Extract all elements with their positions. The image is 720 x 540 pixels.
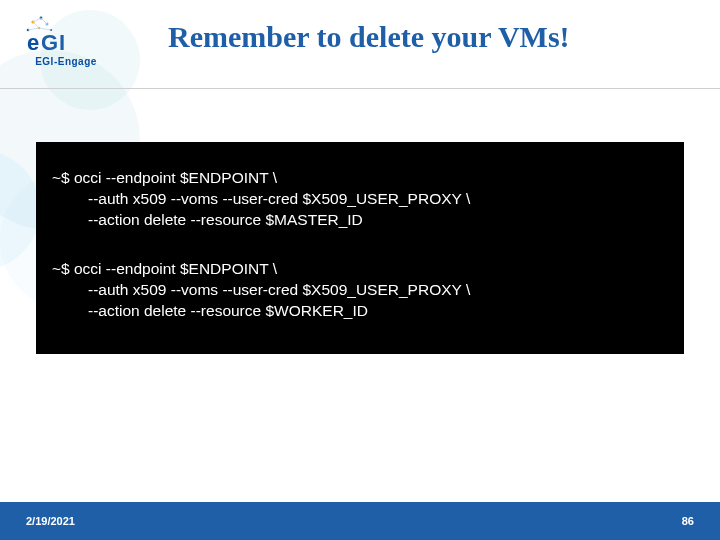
svg-line-7 <box>41 18 47 24</box>
svg-line-6 <box>33 18 41 22</box>
cmd-line: --auth x509 --voms --user-cred $X509_USE… <box>52 280 668 301</box>
footer-date: 2/19/2021 <box>26 515 75 527</box>
command-block-master: ~$ occi --endpoint $ENDPOINT \ --auth x5… <box>52 168 668 231</box>
slide-header: e G I EGI-Engage Remember to delete your… <box>0 0 720 88</box>
cmd-line: ~$ occi --endpoint $ENDPOINT \ <box>52 259 668 280</box>
slide-title: Remember to delete your VMs! <box>116 12 690 54</box>
cmd-line: ~$ occi --endpoint $ENDPOINT \ <box>52 168 668 189</box>
egi-logo-icon: e G I <box>21 12 111 54</box>
terminal-panel: ~$ occi --endpoint $ENDPOINT \ --auth x5… <box>36 142 684 354</box>
command-block-worker: ~$ occi --endpoint $ENDPOINT \ --auth x5… <box>52 259 668 322</box>
footer-bar: 2/19/2021 86 <box>0 502 720 540</box>
logo-subtext: EGI-Engage <box>16 56 116 67</box>
header-divider <box>0 88 720 89</box>
svg-line-8 <box>33 22 39 28</box>
svg-text:e: e <box>27 30 39 54</box>
cmd-line: --auth x509 --voms --user-cred $X509_USE… <box>52 189 668 210</box>
cmd-line: --action delete --resource $MASTER_ID <box>52 210 668 231</box>
egi-logo-block: e G I EGI-Engage <box>16 12 116 67</box>
cmd-line: --action delete --resource $WORKER_ID <box>52 301 668 322</box>
svg-text:I: I <box>59 30 65 54</box>
svg-text:G: G <box>41 30 58 54</box>
footer-page-number: 86 <box>682 515 694 527</box>
